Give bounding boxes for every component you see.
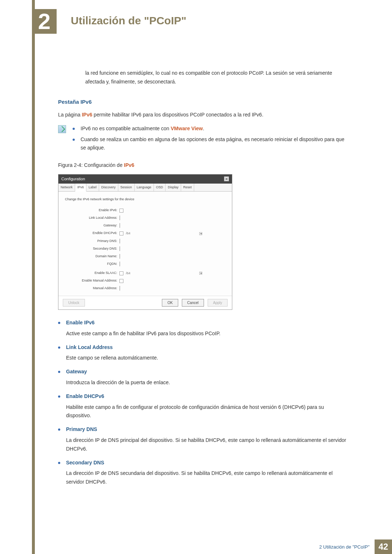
- row-manual-addr-enable: Enable Manual Address:: [65, 278, 225, 284]
- def-body: Active este campo a fin de habilitar IPv…: [66, 329, 348, 338]
- field-label: FQDN:: [65, 261, 119, 267]
- bullet-icon: [58, 428, 60, 431]
- definition-list: Enable IPv6 Active este campo a fin de h…: [58, 319, 348, 487]
- text: .: [203, 126, 204, 131]
- dropdown-icon[interactable]: [199, 232, 202, 235]
- field-label: Link Local Address:: [65, 215, 119, 221]
- dropdown-icon[interactable]: [199, 272, 202, 275]
- field-label: Manual Address:: [65, 286, 119, 291]
- row-slaac: Enable SLAAC: /64: [65, 270, 225, 276]
- checkbox-enable-ipv6[interactable]: [119, 209, 123, 213]
- input-manual-address[interactable]: [119, 286, 120, 291]
- tab-label[interactable]: Label: [86, 184, 99, 191]
- suffix-text: /64: [126, 271, 131, 275]
- note-item: Cuando se realiza un cambio en alguna de…: [73, 135, 348, 153]
- text: Figura 2-4: Configuración de: [58, 162, 124, 168]
- close-icon[interactable]: ✕: [224, 176, 229, 181]
- text: La página: [58, 112, 82, 118]
- def-title: Enable DHCPv6: [66, 392, 104, 401]
- tab-discovery[interactable]: Discovery: [99, 184, 118, 191]
- note-block: IPv6 no es compatible actualmente con VM…: [58, 124, 348, 155]
- bullet-icon: [58, 346, 60, 349]
- apply-button[interactable]: Apply: [208, 299, 228, 307]
- def-title: Enable IPv6: [66, 319, 95, 327]
- row-secondary-dns: Secondary DNS:: [65, 246, 225, 252]
- bullet-icon: [73, 128, 75, 130]
- def-item: Secondary DNS: [58, 459, 348, 467]
- def-body: Este campo se rellena automáticamente.: [66, 354, 348, 362]
- sidebar-accent: [32, 0, 35, 554]
- text: Cuando se realiza un cambio en alguna de…: [81, 136, 344, 151]
- input-primary-dns[interactable]: [119, 239, 120, 243]
- input-gateway[interactable]: [119, 223, 120, 228]
- def-body: La dirección IP de DNS secundaria del di…: [66, 469, 348, 487]
- ok-button[interactable]: OK: [162, 299, 178, 307]
- bullet-icon: [58, 322, 60, 324]
- field-label: Enable IPv6:: [65, 208, 119, 213]
- field-label: Domain Name:: [65, 254, 119, 259]
- bullet-icon: [58, 371, 60, 373]
- highlight-text: VMware View: [171, 126, 203, 131]
- cancel-button[interactable]: Cancel: [182, 299, 204, 307]
- input-fqdn[interactable]: [119, 262, 120, 266]
- row-gateway: Gateway:: [65, 222, 225, 229]
- text: permite habilitar IPv6 para los disposit…: [92, 112, 263, 118]
- text: IPv6 no es compatible actualmente con: [81, 126, 171, 131]
- def-body: Habilite este campo a fin de configurar …: [66, 403, 348, 420]
- checkbox-slaac[interactable]: [119, 271, 123, 275]
- input-domain-name[interactable]: [119, 254, 120, 259]
- row-dhcpv6: Endble DHCPv6: /64: [65, 230, 225, 236]
- field-label: Enable SLAAC:: [65, 270, 119, 276]
- note-text: Cuando se realiza un cambio en alguna de…: [81, 135, 348, 153]
- field-label: Secondary DNS:: [65, 246, 119, 251]
- bullet-icon: [58, 462, 60, 464]
- row-fqdn: FQDN:: [65, 261, 225, 267]
- tab-session[interactable]: Session: [118, 184, 135, 191]
- checkbox-dhcpv6[interactable]: [119, 231, 123, 235]
- figure-caption: Figura 2-4: Configuración de IPv6: [58, 161, 348, 170]
- suffix-text: /64: [126, 231, 131, 235]
- window-title: Configuration: [61, 176, 85, 182]
- page-number: 42: [375, 539, 392, 554]
- tab-ipv6[interactable]: IPv6: [75, 184, 86, 192]
- row-enable-ipv6: Enable IPv6:: [65, 207, 225, 213]
- input-link-local[interactable]: [119, 216, 120, 220]
- footer-text: 2 Utilización de "PCoIP": [319, 544, 369, 550]
- bullet-icon: [73, 139, 75, 141]
- tab-osd[interactable]: OSD: [154, 184, 166, 191]
- def-item: Enable DHCPv6: [58, 392, 348, 401]
- tab-reset[interactable]: Reset: [181, 184, 195, 191]
- note-icon: [58, 125, 66, 133]
- field-label: Primary DNS:: [65, 238, 119, 244]
- field-label: Gateway:: [65, 223, 119, 228]
- intro-paragraph: la red funcione en semidúplex, lo cual n…: [85, 69, 348, 86]
- def-title: Link Local Address: [66, 343, 113, 352]
- note-item: IPv6 no es compatible actualmente con VM…: [73, 124, 348, 133]
- chapter-number-box: 2: [32, 9, 57, 34]
- row-domain-name: Domain Name:: [65, 253, 225, 259]
- note-text: IPv6 no es compatible actualmente con VM…: [81, 124, 204, 133]
- def-title: Gateway: [66, 368, 87, 376]
- section-description: La página IPv6 permite habilitar IPv6 pa…: [58, 111, 348, 119]
- def-title: Primary DNS: [66, 425, 97, 434]
- tab-display[interactable]: Display: [166, 184, 181, 191]
- note-list: IPv6 no es compatible actualmente con VM…: [73, 124, 348, 155]
- def-item: Enable IPv6: [58, 319, 348, 327]
- checkbox-manual-address[interactable]: [119, 279, 123, 283]
- highlight-text: IPv6: [82, 112, 92, 118]
- tab-language[interactable]: Language: [135, 184, 154, 191]
- highlight-text: IPv6: [124, 162, 134, 168]
- unlock-button[interactable]: Unlock: [63, 299, 85, 307]
- config-window: Configuration ✕ Network IPv6 Label Disco…: [58, 174, 232, 310]
- field-label: Enable Manual Address:: [65, 278, 119, 283]
- window-body: Change the IPv6 network settings for the…: [58, 192, 232, 296]
- row-link-local: Link Local Address:: [65, 215, 225, 221]
- def-body: La dirección IP de DNS principal del dis…: [66, 436, 348, 454]
- tab-bar: Network IPv6 Label Discovery Session Lan…: [58, 184, 232, 192]
- bullet-icon: [58, 395, 60, 398]
- tab-network[interactable]: Network: [58, 184, 75, 191]
- input-secondary-dns[interactable]: [119, 246, 120, 251]
- row-manual-addr: Manual Address:: [65, 285, 225, 291]
- field-label: Endble DHCPv6:: [65, 230, 119, 236]
- page-content: la red funcione en semidúplex, lo cual n…: [58, 69, 348, 492]
